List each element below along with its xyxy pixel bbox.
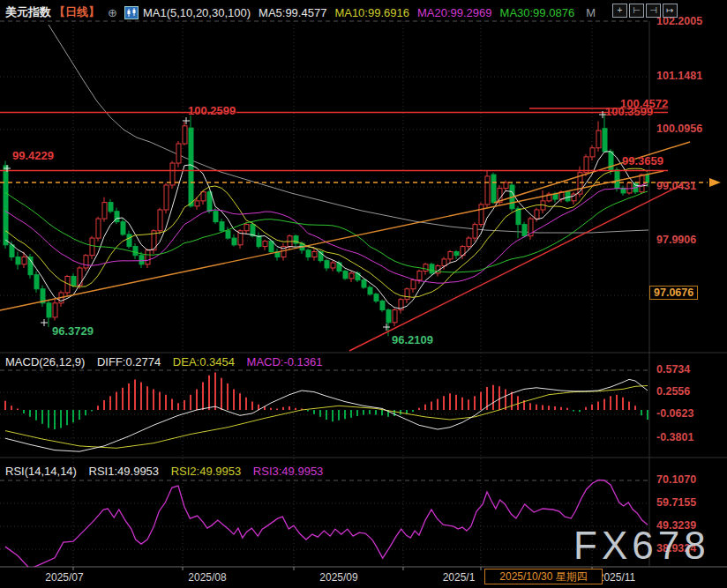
chart-toolbar: +⊢⊣↦ (612, 4, 678, 18)
fx678-watermark: FX678 (573, 524, 710, 568)
right-axis-icon[interactable]: ⊣ (646, 4, 661, 18)
time-axis-label: 2025/09 (319, 571, 357, 584)
m-period-label: M (586, 6, 596, 19)
ma10-value: MA10:99.6916 (334, 6, 409, 19)
time-axis-label: 2025/11 (598, 571, 636, 584)
rsi1-value: RSI1:49.9953 (89, 465, 160, 478)
rsi-title: RSI(14,14,14) (5, 465, 77, 478)
axis-label: 0.2556 (656, 385, 690, 398)
ma-settings-label: MA1(5,10,20,30,100) (143, 6, 251, 19)
price-annotation: 96.3729 (52, 324, 94, 338)
axis-label: 59.7155 (656, 496, 696, 509)
axis-label: 97.9906 (656, 234, 696, 246)
rsi3-value: RSI3:49.9953 (253, 465, 324, 478)
macd-header: MACD(26,12,9) DIFF:0.2774 DEA:0.3454 MAC… (5, 355, 323, 368)
candlestick-chart-icon[interactable] (124, 6, 139, 19)
chart-canvas[interactable] (0, 0, 727, 588)
chart-app-window: 美元指数 【日线】 ⊕ MA1(5,10,20,30,100) MA5:99.4… (0, 0, 727, 588)
macd-value: MACD:-0.1361 (247, 355, 323, 368)
macd-title: MACD(26,12,9) (5, 355, 85, 368)
rsi2-value: RSI2:49.9953 (171, 465, 242, 478)
axis-label: -0.3801 (656, 431, 693, 443)
ma30-value: MA30:99.0876 (500, 6, 575, 19)
price-annotation: 96.2109 (392, 333, 433, 346)
price-annotation: 99.4229 (12, 149, 54, 162)
left-axis-icon[interactable]: ⊢ (629, 4, 644, 18)
ma5-value: MA5:99.4577 (259, 6, 326, 19)
highlighted-date-box: 2025/10/30 星期四 (484, 569, 603, 584)
axis-label: 0.5734 (656, 363, 690, 376)
axis-label: 99.0431 (656, 180, 696, 192)
price-annotation: 100.2599 (188, 104, 236, 117)
macd-diff-value: DIFF:0.2774 (97, 355, 161, 368)
rsi-header: RSI(14,14,14) RSI1:49.9953 RSI2:49.9953 … (5, 465, 323, 478)
price-annotation: 99.3659 (622, 154, 663, 167)
ma20-value: MA20:99.2969 (417, 6, 492, 19)
time-axis-label: 2025/1 (443, 571, 476, 584)
axis-label: 101.1481 (656, 70, 702, 82)
crosshair-icon[interactable]: + (612, 4, 627, 18)
axis-label: 70.1070 (656, 473, 696, 486)
exit-chart-icon[interactable]: ↦ (663, 4, 678, 18)
add-indicator-icon[interactable]: ⊕ (108, 6, 117, 19)
price-annotation: 100.3599 (605, 105, 653, 118)
period-label: 【日线】 (54, 4, 100, 20)
axis-label: 100.0956 (656, 123, 702, 135)
time-axis-label: 2025/08 (188, 571, 226, 584)
macd-dea-value: DEA:0.3454 (173, 355, 235, 368)
time-axis-label: 2025/07 (45, 571, 83, 584)
axis-label: -0.0623 (656, 407, 693, 420)
price-level-box: 97.0676 (649, 286, 698, 300)
symbol-name: 美元指数 (5, 4, 51, 20)
